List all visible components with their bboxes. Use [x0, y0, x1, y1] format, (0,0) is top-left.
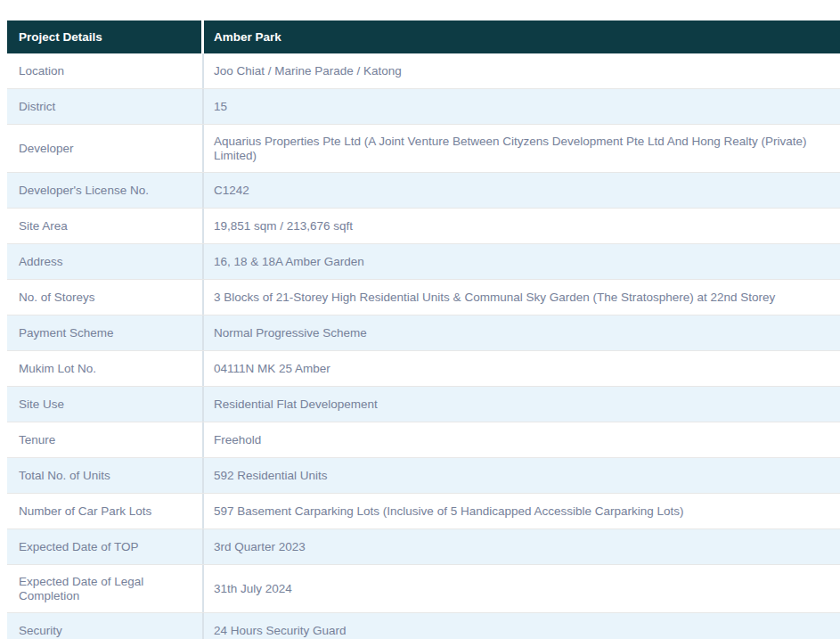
row-value: 31th July 2024: [204, 565, 840, 612]
row-value: 04111N MK 25 Amber: [204, 351, 840, 386]
row-label: District: [7, 89, 204, 124]
row-value: 24 Hours Security Guard: [204, 613, 840, 639]
row-label: Tenure: [7, 422, 204, 457]
table-body: Location Joo Chiat / Marine Parade / Kat…: [7, 53, 840, 639]
row-label: Payment Scheme: [7, 315, 204, 350]
row-value: Residential Flat Developement: [204, 387, 840, 422]
table-row: Mukim Lot No. 04111N MK 25 Amber: [7, 350, 840, 386]
header-project-details: Project Details: [7, 20, 204, 53]
row-label: Site Use: [7, 387, 204, 422]
row-value: 16, 18 & 18A Amber Garden: [204, 244, 840, 279]
row-value: 3rd Quarter 2023: [204, 529, 840, 564]
table-row: Tenure Freehold: [7, 422, 840, 457]
table-row: Payment Scheme Normal Progressive Scheme: [7, 315, 840, 350]
row-label: Number of Car Park Lots: [7, 494, 204, 528]
row-label: Security: [7, 613, 204, 639]
table-row: Site Use Residential Flat Developement: [7, 386, 840, 422]
row-value: C1242: [204, 173, 840, 208]
row-value: Aquarius Properties Pte Ltd (A Joint Ven…: [204, 125, 840, 172]
row-label: Location: [7, 53, 204, 88]
table-row: Site Area 19,851 sqm / 213,676 sqft: [7, 208, 840, 243]
row-label: Site Area: [7, 209, 204, 243]
row-label: Total No. of Units: [7, 458, 204, 493]
row-value: 592 Residential Units: [204, 458, 840, 493]
row-label: Address: [7, 244, 204, 279]
row-value: 19,851 sqm / 213,676 sqft: [204, 209, 840, 243]
table-row: Number of Car Park Lots 597 Basement Car…: [7, 493, 840, 528]
row-value: 3 Blocks of 21-Storey High Residential U…: [204, 280, 840, 315]
table-row: Total No. of Units 592 Residential Units: [7, 457, 840, 493]
project-details-table: Project Details Amber Park Location Joo …: [7, 20, 840, 639]
table-row: Address 16, 18 & 18A Amber Garden: [7, 243, 840, 279]
row-label: Mukim Lot No.: [7, 351, 204, 386]
row-value: Freehold: [204, 422, 840, 457]
row-value: 15: [204, 89, 840, 124]
header-project-name: Amber Park: [204, 20, 840, 53]
table-row: District 15: [7, 88, 840, 124]
row-value: Joo Chiat / Marine Parade / Katong: [204, 53, 840, 88]
row-value: Normal Progressive Scheme: [204, 315, 840, 350]
table-row: Developer's License No. C1242: [7, 172, 840, 208]
row-label: Developer's License No.: [7, 173, 204, 208]
table-row: Expected Date of Legal Completion 31th J…: [7, 564, 840, 612]
row-label: Developer: [7, 125, 204, 172]
row-label: No. of Storeys: [7, 280, 204, 315]
table-header-row: Project Details Amber Park: [7, 20, 840, 53]
row-value: 597 Basement Carparking Lots (Inclusive …: [204, 494, 840, 528]
table-row: No. of Storeys 3 Blocks of 21-Storey Hig…: [7, 279, 840, 315]
page: Project Details Amber Park Location Joo …: [0, 0, 840, 639]
table-row: Developer Aquarius Properties Pte Ltd (A…: [7, 124, 840, 172]
table-row: Expected Date of TOP 3rd Quarter 2023: [7, 528, 840, 564]
table-row: Security 24 Hours Security Guard: [7, 612, 840, 639]
row-label: Expected Date of TOP: [7, 529, 204, 564]
row-label: Expected Date of Legal Completion: [7, 565, 204, 612]
table-row: Location Joo Chiat / Marine Parade / Kat…: [7, 53, 840, 88]
